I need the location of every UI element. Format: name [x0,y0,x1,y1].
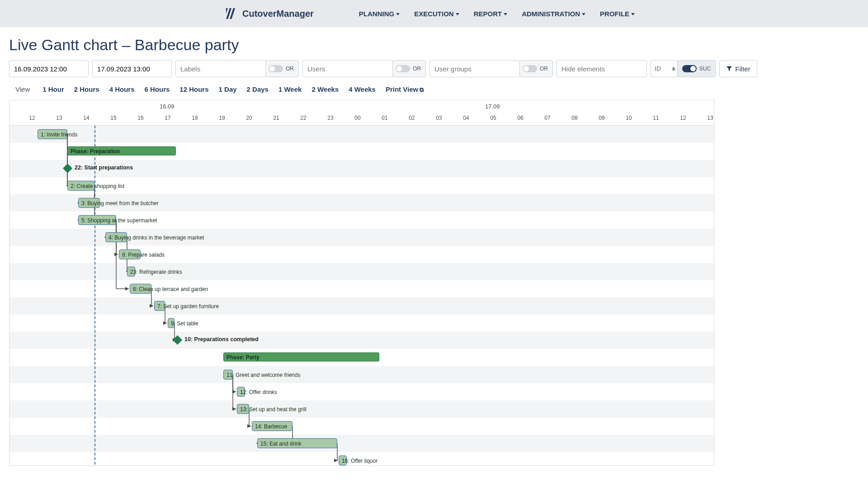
gantt-header: 16.0917.09 12131415161718192021222300010… [9,100,714,126]
gantt-row [9,297,714,314]
view-label: View [15,85,30,94]
view-toolbar: View 1 Hour2 Hours4 Hours6 Hours12 Hours… [0,83,868,100]
suc-label: SUC [699,66,711,72]
hour-tick: 04 [463,115,469,121]
hide-elements-input[interactable] [557,60,647,77]
task-bar[interactable]: 12: Offer drinks [237,387,245,397]
top-navbar: CutoverManager PLANNINGEXECUTIONREPORTAD… [0,0,868,27]
hour-tick: 08 [571,115,577,121]
view-option-2-days[interactable]: 2 Days [247,85,269,94]
view-option-6-hours[interactable]: 6 Hours [144,85,170,94]
brand: CutoverManager [226,8,314,19]
day-label: 17.09 [485,103,500,110]
gantt-row [9,263,714,280]
nav-item-execution[interactable]: EXECUTION [414,10,459,18]
hour-tick: 21 [273,115,279,121]
filter-button[interactable]: Filter [719,60,757,77]
date-from-input[interactable] [9,60,89,77]
task-bar[interactable]: 15: Eat and drink [257,438,337,448]
users-input[interactable] [302,60,393,77]
task-bar[interactable]: 5: Shopping at the supermarket [78,215,116,225]
groups-or-label: OR [540,66,548,72]
hour-tick: 22 [300,115,306,121]
view-option-print-view[interactable]: Print View⧉ [386,85,424,94]
gantt-row [9,435,714,452]
groups-or-toggle[interactable] [523,65,537,72]
task-bar[interactable]: 6: Clean up terrace and garden [130,284,151,294]
task-bar[interactable]: 23: Refrigerate drinks [127,267,135,277]
task-bar[interactable]: 14: Barbecue [252,421,292,431]
nav-item-administration[interactable]: ADMINISTRATION [522,10,585,18]
brand-name: CutoverManager [242,9,314,19]
brand-logo-icon [226,8,239,19]
labels-or-toggle[interactable] [269,65,283,72]
phase-bar[interactable]: Phase: Preparation [67,146,176,155]
task-bar[interactable]: 1: Invite friends [38,129,67,139]
hour-tick: 20 [246,115,252,121]
id-placeholder: ID [655,65,661,72]
phase-bar[interactable]: Phase: Party [223,352,379,361]
gantt-row [9,400,714,418]
view-option-1-day[interactable]: 1 Day [219,85,237,94]
gantt-row [9,366,714,383]
hour-tick: 02 [409,115,415,121]
hour-tick: 15 [110,115,116,121]
view-option-2-weeks[interactable]: 2 Weeks [311,85,339,94]
id-spinner-icon [672,67,675,71]
hour-tick: 12 [29,115,35,121]
gantt-row [9,314,714,332]
groups-input[interactable] [429,60,520,77]
nav-item-profile[interactable]: PROFILE [600,10,635,18]
date-to-input[interactable] [92,60,172,77]
day-label: 16.09 [160,103,175,110]
hour-tick: 18 [192,115,198,121]
page-title: Live Gantt chart – Barbecue party [0,27,868,60]
view-option-4-hours[interactable]: 4 Hours [109,85,135,94]
view-option-2-hours[interactable]: 2 Hours [74,85,99,94]
labels-input[interactable] [175,60,266,77]
nav-item-report[interactable]: REPORT [474,10,508,18]
task-bar[interactable]: 16: Offer liquor [339,455,347,465]
task-bar[interactable]: 13: Set up and heat the grill [237,404,249,414]
task-bar[interactable]: 8: Prepare salads [119,249,141,259]
groups-or-toggle-wrap: OR [519,60,553,77]
view-option-12-hours[interactable]: 12 Hours [179,85,208,94]
task-bar[interactable]: 4: Buying drinks in the beverage market [105,232,127,242]
chevron-down-icon [582,13,585,15]
hour-tick: 03 [436,115,442,121]
gantt-row [9,280,714,297]
users-or-toggle-wrap: OR [392,60,426,77]
hour-tick: 09 [599,115,604,121]
filter-button-label: Filter [735,65,750,73]
view-option-1-week[interactable]: 1 Week [278,85,302,94]
milestone-label: 22: Start preparations [75,164,133,171]
view-option-1-hour[interactable]: 1 Hour [42,85,64,94]
hour-tick: 10 [626,115,632,121]
hour-tick: 12 [680,115,686,121]
nav-item-planning[interactable]: PLANNING [359,10,400,18]
users-or-toggle[interactable] [396,65,410,72]
chevron-down-icon [396,13,400,15]
task-bar[interactable]: 11: Greet and welcome friends [223,370,233,380]
filter-icon [726,66,732,72]
hour-tick: 17 [165,115,170,121]
gantt-chart[interactable]: 16.0917.09 12131415161718192021222300010… [9,100,714,466]
view-option-4-weeks[interactable]: 4 Weeks [349,85,376,94]
hour-tick: 01 [382,115,387,121]
labels-or-toggle-wrap: OR [265,60,299,77]
labels-or-label: OR [286,66,294,72]
gantt-row [9,383,714,400]
chevron-down-icon [631,13,635,15]
current-time-line [94,126,95,466]
id-input[interactable]: ID [651,60,678,77]
suc-toggle-wrap: SUC [677,60,716,77]
hour-tick: 19 [219,115,225,121]
task-bar[interactable]: 7: Set up garden furniture [154,301,165,311]
gantt-body[interactable]: 1: Invite friendsPhase: Preparation22: S… [9,126,714,466]
chevron-down-icon [504,13,507,15]
hour-tick: 05 [490,115,496,121]
suc-toggle[interactable] [682,65,697,72]
task-bar[interactable]: 3: Buying meet from the butcher [78,198,100,208]
task-bar[interactable]: 2: Create shopping list [67,181,94,191]
task-bar[interactable]: 9: Set table [168,318,175,328]
